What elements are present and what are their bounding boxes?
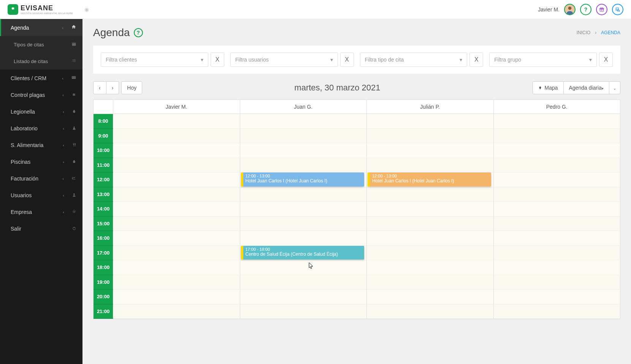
calendar-cell[interactable]	[494, 246, 620, 261]
calendar-cell[interactable]	[113, 275, 240, 290]
calendar-cell[interactable]	[367, 129, 493, 144]
sidebar-item-facturacion[interactable]: Facturación ‹	[0, 170, 82, 187]
filter-clientes-clear[interactable]: X	[211, 52, 224, 67]
calendar-cell[interactable]	[240, 187, 367, 202]
chat-icon[interactable]	[612, 4, 623, 15]
filter-grupo-select[interactable]: Filtra grupo ▾	[489, 52, 597, 67]
calendar-event[interactable]: 12:00 - 13:00Hotel Juan Carlos I (Hotel …	[241, 173, 365, 187]
filter-tipo-select[interactable]: Filtra tipo de cita ▾	[360, 52, 468, 67]
user-name[interactable]: Javier M.	[538, 6, 560, 13]
calendar-cell[interactable]	[367, 158, 493, 173]
calendar-cell[interactable]	[367, 275, 493, 290]
calendar-cell[interactable]	[367, 304, 493, 319]
calendar-cell[interactable]	[113, 231, 240, 246]
calendar-cell[interactable]	[494, 158, 620, 173]
calendar-cell[interactable]	[240, 217, 367, 231]
calendar-cell[interactable]	[113, 290, 240, 304]
gift-icon[interactable]	[596, 4, 607, 15]
sidebar-sub-listado[interactable]: Listado de citas	[0, 53, 82, 70]
logo[interactable]: EVISANE GESTIÓN SANIDAD AMBIENTAL EN LA …	[8, 4, 73, 15]
calendar-cell[interactable]	[367, 143, 493, 158]
calendar-cell[interactable]	[240, 143, 367, 158]
calendar-cell[interactable]	[240, 290, 367, 304]
calendar-cell[interactable]	[113, 129, 240, 144]
calendar-cell[interactable]	[240, 260, 367, 275]
calendar-cell[interactable]	[367, 231, 493, 246]
sidebar-item-empresa[interactable]: Empresa ‹	[0, 204, 82, 220]
calendar-cell[interactable]	[494, 275, 620, 290]
calendar-cell[interactable]	[494, 114, 620, 129]
calendar-cell[interactable]	[494, 129, 620, 144]
sidebar-item-salir[interactable]: Salir	[0, 220, 82, 237]
calendar-column[interactable]	[494, 114, 620, 319]
avatar[interactable]	[564, 4, 576, 15]
filter-tipo-clear[interactable]: X	[469, 52, 483, 67]
calendar-cell[interactable]	[494, 173, 620, 187]
sidebar-item-legionella[interactable]: Legionella ‹	[0, 103, 82, 120]
calendar-cell[interactable]	[367, 260, 493, 275]
calendar-cell[interactable]	[367, 202, 493, 217]
filter-clientes-select[interactable]: Filtra clientes ▾	[101, 52, 208, 67]
next-button[interactable]: ›	[106, 81, 119, 94]
filter-grupo-clear[interactable]: X	[599, 52, 613, 67]
collapse-icon[interactable]: ◉	[84, 6, 89, 13]
calendar-cell[interactable]	[367, 290, 493, 304]
calendar-cell[interactable]	[367, 246, 493, 261]
sidebar-item-piscinas[interactable]: Piscinas ‹	[0, 154, 82, 170]
calendar-column[interactable]: 12:00 - 13:00Hotel Juan Carlos I (Hotel …	[240, 114, 367, 319]
filter-usuarios-select[interactable]: Filtra usuarios ▾	[230, 52, 338, 67]
calendar-cell[interactable]	[367, 217, 493, 231]
calendar-cell[interactable]	[240, 304, 367, 319]
calendar-cell[interactable]	[494, 231, 620, 246]
calendar-cell[interactable]	[113, 246, 240, 261]
calendar-cell[interactable]	[240, 158, 367, 173]
view-more-button[interactable]: ⌄	[609, 81, 620, 94]
calendar-cell[interactable]	[494, 143, 620, 158]
calendar-cell[interactable]	[494, 202, 620, 217]
filter-usuarios-clear[interactable]: X	[340, 52, 354, 67]
calendar-cell[interactable]	[494, 304, 620, 319]
sidebar-item-alimentaria[interactable]: S. Alimentaria ‹	[0, 137, 82, 154]
breadcrumb-root[interactable]: INICIO	[577, 30, 591, 35]
calendar-cell[interactable]	[240, 202, 367, 217]
help-icon[interactable]: ?	[580, 4, 591, 15]
calendar-cell[interactable]	[113, 114, 240, 129]
sidebar-item-laboratorio[interactable]: Laboratorio ‹	[0, 120, 82, 137]
calendar-cell[interactable]	[240, 129, 367, 144]
calendar-cell[interactable]	[113, 304, 240, 319]
sidebar-sub-tipos[interactable]: Tipos de citas	[0, 36, 82, 53]
calendar-cell[interactable]	[113, 202, 240, 217]
prev-button[interactable]: ‹	[93, 81, 106, 94]
calendar-cell[interactable]	[494, 260, 620, 275]
calendar-cell[interactable]	[113, 158, 240, 173]
calendar-cell[interactable]	[494, 217, 620, 231]
sidebar-item-agenda[interactable]: Agenda ‹	[0, 19, 82, 36]
mapa-button[interactable]: Mapa	[533, 81, 564, 94]
calendar-cell[interactable]	[240, 114, 367, 129]
calendar-event[interactable]: 17:00 - 18:00Centro de Salud Écija (Cent…	[241, 246, 365, 260]
power-icon	[72, 226, 76, 232]
time-label: 20:00	[94, 290, 113, 304]
calendar-cell[interactable]	[113, 143, 240, 158]
help-icon[interactable]: ?	[134, 28, 143, 37]
today-button[interactable]: Hoy	[121, 81, 142, 94]
calendar-cell[interactable]	[367, 114, 493, 129]
calendar-cell[interactable]	[113, 217, 240, 231]
view-select[interactable]: Agenda diaria▾	[564, 81, 609, 94]
svg-point-0	[568, 6, 572, 10]
calendar-cell[interactable]	[113, 260, 240, 275]
calendar-event[interactable]: 12:00 - 13:00Hotel Juan Carlos I (Hotel …	[368, 173, 491, 187]
calendar-cell[interactable]	[240, 231, 367, 246]
calendar-cell[interactable]	[240, 275, 367, 290]
sidebar-item-usuarios[interactable]: Usuarios ‹	[0, 187, 82, 204]
breadcrumb-current[interactable]: AGENDA	[601, 30, 620, 35]
sidebar-item-clientes[interactable]: Clientes / CRM ‹	[0, 70, 82, 87]
calendar-cell[interactable]	[113, 173, 240, 187]
calendar-column[interactable]	[113, 114, 240, 319]
sidebar-item-control-plagas[interactable]: Control plagas ‹	[0, 87, 82, 103]
calendar-cell[interactable]	[494, 187, 620, 202]
calendar-cell[interactable]	[494, 290, 620, 304]
calendar-cell[interactable]	[367, 187, 493, 202]
calendar-cell[interactable]	[113, 187, 240, 202]
calendar-column[interactable]: 12:00 - 13:00Hotel Juan Carlos I (Hotel …	[367, 114, 494, 319]
